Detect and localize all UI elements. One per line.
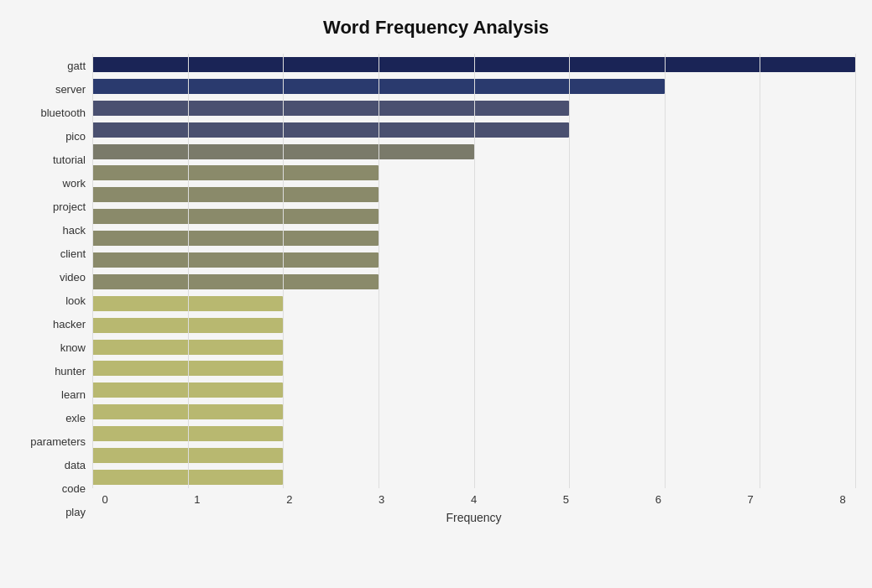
x-tick: 2 [277, 493, 302, 506]
y-axis: gattserverbluetoothpicotutorialworkproje… [17, 54, 92, 524]
bar-row [92, 338, 855, 356]
chart-title: Word Frequency Analysis [17, 17, 855, 39]
chart-container: Word Frequency Analysis gattserverblueto… [0, 0, 872, 588]
y-label: know [17, 342, 86, 353]
y-label: learn [17, 389, 86, 400]
bar [92, 57, 855, 72]
grid-line [92, 54, 93, 488]
x-tick: 7 [738, 493, 763, 506]
grid-line [188, 54, 189, 488]
bar [92, 122, 569, 138]
grid-line [474, 54, 475, 488]
x-tick: 3 [369, 493, 394, 506]
bar [92, 361, 283, 376]
bar [92, 165, 379, 180]
bar [92, 144, 474, 159]
bar-row [92, 294, 855, 313]
bar [92, 404, 283, 419]
x-axis: 012345678 Frequency [92, 492, 855, 524]
bar-row [92, 143, 855, 161]
bar-row [92, 381, 855, 399]
y-label: parameters [17, 436, 86, 447]
bar-row [92, 251, 855, 269]
x-axis-label: Frequency [92, 511, 855, 524]
bar-row [92, 77, 855, 96]
y-label: look [17, 295, 86, 306]
bar-row [92, 185, 855, 204]
grid-line [855, 54, 856, 488]
y-label: play [17, 507, 86, 518]
bar-row [92, 446, 855, 465]
bar-row [92, 121, 855, 139]
x-tick: 4 [462, 493, 487, 506]
bar [92, 448, 283, 463]
bar-row [92, 207, 855, 226]
x-tick: 1 [185, 493, 210, 506]
bar-row [92, 424, 855, 443]
y-label: work [17, 178, 86, 189]
grid-line [379, 54, 379, 488]
y-label: hack [17, 225, 86, 236]
y-label: server [17, 84, 86, 95]
x-tick: 8 [830, 493, 855, 506]
y-label: client [17, 248, 86, 259]
y-label: hunter [17, 366, 86, 377]
bar [92, 340, 283, 355]
y-label: project [17, 201, 86, 212]
bar-row [92, 99, 855, 117]
bar [92, 231, 379, 246]
bar-row [92, 359, 855, 377]
bar-row [92, 468, 855, 487]
y-label: gatt [17, 60, 86, 71]
bar-row [92, 229, 855, 247]
y-label: bluetooth [17, 107, 86, 118]
bar-row [92, 164, 855, 182]
bar-row [92, 403, 855, 421]
y-label: exle [17, 413, 86, 424]
bar [92, 101, 569, 116]
x-tick: 6 [645, 493, 671, 506]
bar-row [92, 55, 855, 74]
grid-line [760, 54, 760, 488]
x-tick: 5 [553, 493, 578, 506]
bar [92, 470, 283, 485]
grid-line [283, 54, 284, 488]
y-label: pico [17, 131, 86, 142]
grid-line [665, 54, 666, 488]
y-label: data [17, 460, 86, 471]
chart-area: gattserverbluetoothpicotutorialworkproje… [17, 54, 855, 524]
bar-row [92, 273, 855, 291]
y-label: tutorial [17, 154, 86, 165]
grid-line [569, 54, 570, 488]
y-label: video [17, 272, 86, 283]
bar [92, 274, 379, 289]
bar [92, 252, 379, 268]
x-tick: 0 [92, 493, 117, 506]
bar [92, 296, 283, 311]
y-label: code [17, 483, 86, 494]
bar [92, 79, 665, 94]
plot-area: 012345678 Frequency [92, 54, 855, 524]
bar [92, 382, 283, 398]
bar-row [92, 316, 855, 335]
bar [92, 318, 283, 333]
bars-wrapper [92, 54, 855, 488]
bar [92, 209, 379, 224]
y-label: hacker [17, 319, 86, 330]
bar [92, 426, 283, 441]
bar [92, 187, 379, 202]
